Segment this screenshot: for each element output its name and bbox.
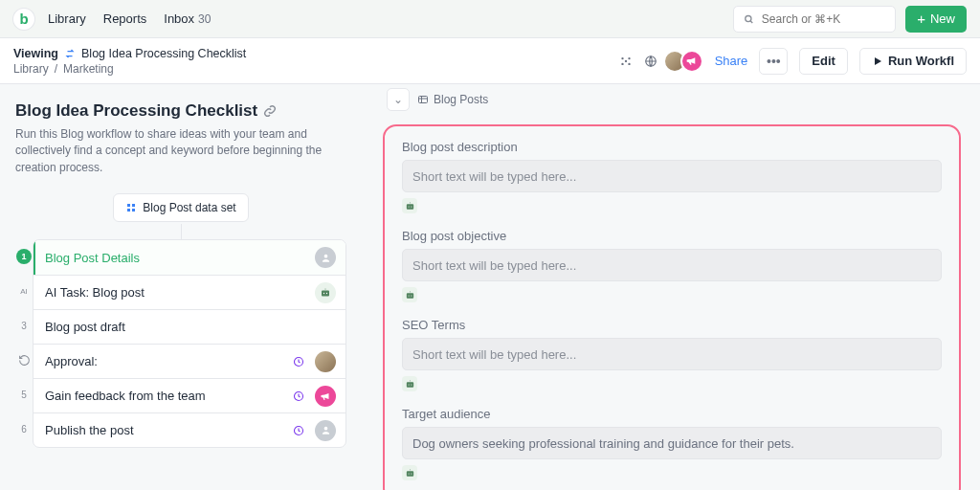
mode-label: Viewing [13,47,58,60]
left-panel: Blog Idea Processing Checklist Run this … [0,84,362,490]
step-title: Approval: [45,354,98,368]
assignee-icon [315,420,336,441]
svg-point-25 [411,473,412,474]
robot-icon [402,376,417,391]
form-field: SEO TermsShort text will be typed here..… [402,318,942,391]
svg-rect-15 [419,97,428,103]
svg-point-20 [408,295,409,296]
svg-point-21 [411,295,412,296]
step-row[interactable]: Blog post draft [33,309,345,344]
svg-point-10 [326,293,327,294]
nav-library[interactable]: Library [48,11,86,26]
step-title: Blog post draft [45,320,125,334]
field-input[interactable]: Short text will be typed here... [402,249,942,281]
nav-inbox-count: 30 [198,12,211,26]
highlighted-fields-callout: Blog post descriptionShort text will be … [383,124,961,490]
search-icon [744,13,754,25]
svg-point-14 [323,427,327,431]
swap-icon [64,48,76,59]
link-icon[interactable] [263,104,277,118]
page-description: Run this Blog workflow to share ideas wi… [15,126,346,176]
svg-point-6 [624,59,626,61]
main: Blog Idea Processing Checklist Run this … [0,84,980,490]
svg-point-9 [323,293,324,294]
avatar-stack[interactable] [669,50,703,73]
breadcrumb-sep: / [55,62,57,76]
org-icon[interactable] [619,55,633,68]
edit-button[interactable]: Edit [799,48,848,75]
svg-point-0 [746,15,751,21]
step-row[interactable]: Gain feedback from the team [33,378,345,412]
step-title: Publish the post [45,423,134,437]
more-button[interactable]: ••• [759,48,788,75]
step-marker: 3 [15,308,33,343]
svg-point-3 [628,56,630,58]
run-workflow-label: Run Workfl [888,54,954,68]
search-input[interactable] [733,6,896,33]
breadcrumb-b[interactable]: Marketing [63,62,114,76]
svg-point-8 [323,255,327,258]
search-field[interactable] [760,11,885,27]
dataset-label: Blog Post data set [143,201,235,214]
new-button-label: New [930,11,955,26]
step-row[interactable]: Blog Post Details [33,240,345,275]
dataset-icon [125,202,137,213]
clock-icon [288,420,309,441]
field-label: Target audience [402,407,942,421]
assignee-avatar [315,351,336,372]
globe-icon[interactable] [644,55,657,68]
nav-inbox[interactable]: Inbox 30 [164,11,211,26]
step-marker: 1 [15,239,33,274]
step-marker [15,343,33,377]
top-nav: b Library Reports Inbox 30 + New [0,0,980,38]
workflow-title: Blog Idea Processing Checklist [81,47,246,60]
svg-point-4 [621,62,623,64]
dataset-pill[interactable]: Blog Post data set [113,193,248,222]
svg-point-5 [628,62,630,64]
step-row[interactable]: Approval: [33,344,345,378]
share-link[interactable]: Share [715,54,748,68]
step-marker: 5 [15,377,33,412]
right-panel: ⌄ Blog Posts Blog post descriptionShort … [362,84,980,490]
breadcrumb-a[interactable]: Library [13,62,49,76]
step-marker: AI [15,274,33,308]
dropdown-handle[interactable]: ⌄ [387,88,410,111]
step-title: Gain feedback from the team [45,389,206,403]
connector-line [181,224,182,239]
sub-header: Viewing Blog Idea Processing Checklist L… [0,38,980,84]
field-input[interactable]: Short text will be typed here... [402,338,942,370]
run-workflow-button[interactable]: Run Workfl [859,48,967,75]
svg-point-2 [621,56,623,58]
clock-icon [288,351,309,372]
field-input[interactable]: Dog owners seeking professional training… [402,427,942,459]
svg-point-24 [408,473,409,474]
steps-list: Blog Post DetailsAI Task: Blog postBlog … [15,239,346,448]
robot-icon [402,465,417,480]
step-row[interactable]: Publish the post [33,412,345,447]
svg-point-18 [408,206,409,207]
page-title: Blog Idea Processing Checklist [15,101,257,121]
field-label: Blog post description [402,140,942,154]
new-button[interactable]: + New [905,6,967,33]
avatar-megaphone [680,50,703,73]
clock-icon [288,386,309,407]
field-label: Blog post objective [402,229,942,243]
brand-logo[interactable]: b [13,9,34,30]
step-marker: 6 [15,412,33,446]
field-label: SEO Terms [402,318,942,332]
robot-icon [315,282,336,303]
step-title: AI Task: Blog post [45,285,145,300]
robot-icon [402,198,417,213]
step-title: Blog Post Details [45,251,140,265]
plus-icon: + [917,11,925,26]
nav-reports[interactable]: Reports [103,11,147,26]
form-field: Blog post descriptionShort text will be … [402,140,942,213]
field-input[interactable]: Short text will be typed here... [402,160,942,192]
assignee-icon [315,247,336,268]
step-row[interactable]: AI Task: Blog post [33,275,345,309]
blog-posts-chip-label: Blog Posts [434,93,488,106]
megaphone-icon [315,386,336,407]
robot-icon [402,287,417,302]
blog-posts-chip[interactable]: Blog Posts [417,93,488,106]
svg-point-19 [411,206,412,207]
